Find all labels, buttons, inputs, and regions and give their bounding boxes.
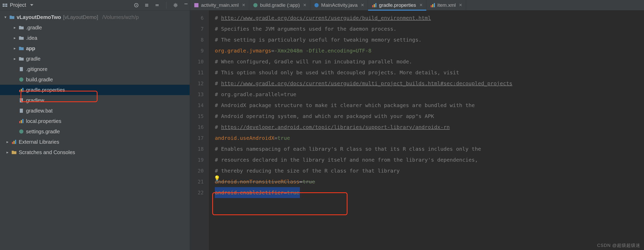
folder-icon — [19, 56, 24, 61]
code-line[interactable]: # Android operating system, and which ar… — [215, 111, 512, 122]
tab-item-xml[interactable]: item.xml✕ — [427, 0, 466, 10]
collapse-all-button[interactable] — [153, 1, 161, 9]
tab-build-gradle-app-[interactable]: build.gradle (:app)✕ — [249, 0, 310, 10]
expand-all-button[interactable] — [143, 1, 151, 9]
code-line[interactable]: # http://www.gradle.org/docs/current/use… — [215, 78, 512, 89]
code-token: org.gradle.jvmargs — [215, 45, 271, 56]
line-number: 7 — [190, 23, 208, 34]
tree-item-app[interactable]: ▸app — [0, 43, 190, 54]
code-token: android.useAndroidX — [215, 133, 274, 143]
tree-item--gradle[interactable]: ▸.gradle — [0, 22, 190, 33]
chevron-placeholder — [13, 129, 17, 134]
folder-icon — [19, 25, 24, 30]
tab-close-icon[interactable]: ✕ — [459, 3, 462, 8]
project-view-label[interactable]: Project — [10, 2, 26, 8]
file-icon — [19, 98, 24, 103]
code-token: = — [271, 45, 274, 56]
watermark: CSDN @超级超级迷 — [597, 242, 640, 248]
code-line[interactable]: # Specifies the JVM arguments used for t… — [215, 23, 512, 34]
code-token: # The setting is particularly useful for… — [215, 34, 422, 45]
code-line[interactable]: android.useAndroidX=true — [215, 133, 512, 143]
code-line[interactable]: # resources declared in the library itse… — [215, 154, 512, 165]
code-line[interactable]: # org.gradle.parallel=true — [215, 89, 512, 100]
tree-root-name: vLayoutDemoTwo — [17, 14, 61, 20]
code-line[interactable]: android.enableJetifier=true — [215, 187, 512, 198]
line-number: 14 — [190, 100, 208, 111]
project-sidebar: ▾vLayoutDemoTwo [vLayoutDemo] /Volumes/w… — [0, 10, 190, 250]
editor-tabs: activity_main.xml✕build.gradle (:app)✕Ma… — [190, 0, 466, 10]
tree-root[interactable]: ▾vLayoutDemoTwo [vLayoutDemo] /Volumes/w… — [0, 12, 190, 22]
chevron-placeholder — [13, 67, 17, 71]
svg-rect-24 — [21, 120, 22, 123]
tree-item--idea[interactable]: ▸.idea — [0, 33, 190, 43]
chevron-right-icon[interactable]: ▸ — [6, 140, 9, 144]
code-line[interactable]: # AndroidX package structure to make it … — [215, 100, 512, 111]
tree-item-external-libraries[interactable]: ▸External Libraries — [0, 137, 190, 147]
file-icon — [19, 67, 24, 72]
chevron-right-icon[interactable]: ▸ — [13, 46, 17, 51]
tab-close-icon[interactable]: ✕ — [303, 3, 306, 8]
svg-rect-23 — [19, 121, 20, 123]
tab-close-icon[interactable]: ✕ — [242, 3, 245, 8]
chevron-placeholder — [13, 98, 17, 103]
bars-icon — [430, 3, 435, 8]
tree-item-label: gradle.properties — [26, 87, 65, 93]
svg-rect-3 — [5, 5, 7, 7]
code-line[interactable]: # https://developer.android.com/topic/li… — [215, 122, 512, 133]
svg-rect-19 — [21, 89, 22, 92]
code-editor[interactable]: 678910111213141516171819202122 # http://… — [190, 10, 644, 250]
tree-item-scratches-and-consoles[interactable]: ▸Scratches and Consoles — [0, 147, 190, 157]
hide-button[interactable] — [182, 1, 190, 9]
code-token: http://www.gradle.org/docs/current/userg… — [221, 78, 512, 89]
line-number: 11 — [190, 67, 208, 78]
tree-item-label: Scratches and Consoles — [19, 149, 75, 155]
locate-button[interactable] — [132, 1, 140, 9]
tab-close-icon[interactable]: ✕ — [361, 3, 364, 8]
chevron-right-icon[interactable]: ▸ — [13, 56, 17, 61]
chevron-right-icon[interactable]: ▸ — [6, 150, 9, 155]
code-area[interactable]: # http://www.gradle.org/docs/current/use… — [209, 10, 512, 250]
svg-rect-15 — [434, 3, 435, 7]
code-line[interactable]: # Enables namespacing of each library's … — [215, 143, 512, 154]
tab-activity-main-xml[interactable]: activity_main.xml✕ — [190, 0, 249, 10]
tree-item-gradlew-bat[interactable]: gradlew.bat — [0, 106, 190, 116]
svg-rect-13 — [431, 5, 432, 7]
code-line[interactable]: # thereby reducing the size of the R cla… — [215, 165, 512, 176]
folder-icon — [19, 35, 24, 41]
tab-gradle-properties[interactable]: gradle.properties✕ — [368, 0, 427, 10]
chevron-placeholder — [13, 77, 17, 82]
code-line[interactable]: # The setting is particularly useful for… — [215, 34, 512, 45]
code-token: # org.gradle.parallel=true — [215, 89, 296, 100]
java-icon — [314, 3, 319, 8]
tree-item-gradle[interactable]: ▸gradle — [0, 54, 190, 64]
settings-button[interactable] — [172, 1, 179, 9]
code-line[interactable]: # When configured, Gradle will run in in… — [215, 56, 512, 67]
chevron-right-icon[interactable]: ▸ — [13, 36, 17, 40]
code-token: # — [215, 12, 221, 23]
tree-item-label: app — [26, 45, 35, 51]
gradle-icon — [19, 77, 24, 82]
code-line[interactable]: # This option should only be used with d… — [215, 67, 512, 78]
tree-item-settings-gradle[interactable]: settings.gradle — [0, 126, 190, 137]
svg-point-5 — [136, 5, 137, 6]
code-line[interactable]: android.nonTransitiveRClass=true — [215, 176, 512, 187]
tab-close-icon[interactable]: ✕ — [419, 3, 423, 8]
tree-item-build-gradle[interactable]: build.gradle — [0, 74, 190, 85]
code-line[interactable]: org.gradle.jvmargs=-Xmx2048m -Dfile.enco… — [215, 45, 512, 56]
tree-item-gradlew[interactable]: gradlew — [0, 95, 190, 106]
tab-mainactivity-java[interactable]: MainActivity.java✕ — [310, 0, 368, 10]
svg-rect-12 — [375, 3, 376, 7]
tree-item-local-properties[interactable]: local.properties — [0, 116, 190, 126]
project-view-dropdown-icon[interactable] — [30, 4, 33, 6]
code-token: android.nonTransitiveRClass — [215, 176, 299, 187]
code-line[interactable]: # http://www.gradle.org/docs/current/use… — [215, 12, 512, 23]
top-toolbar: Project activity_main.xml✕build.gradle (… — [0, 0, 644, 10]
chevron-down-icon[interactable]: ▾ — [4, 15, 7, 19]
tab-label: item.xml — [437, 2, 456, 8]
project-tree[interactable]: ▾vLayoutDemoTwo [vLayoutDemo] /Volumes/w… — [0, 10, 190, 157]
chevron-right-icon[interactable]: ▸ — [13, 25, 17, 30]
line-number: 12 — [190, 78, 208, 89]
tree-item--gitignore[interactable]: .gitignore — [0, 64, 190, 74]
tree-item-label: local.properties — [26, 118, 61, 124]
tree-item-gradle-properties[interactable]: gradle.properties — [0, 85, 190, 95]
